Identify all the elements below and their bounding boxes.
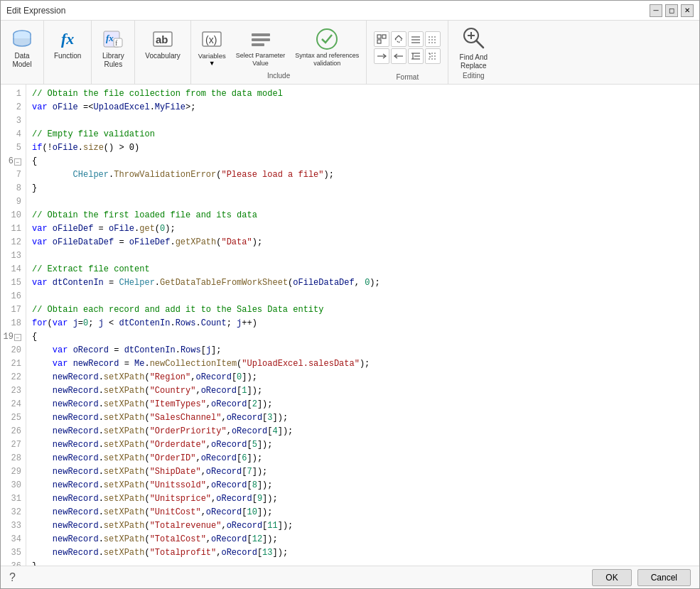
ok-button[interactable]: OK bbox=[592, 569, 631, 586]
code-line-5: if(!oFile.size() > 0) bbox=[32, 141, 694, 155]
format-icon-2[interactable] bbox=[391, 31, 406, 47]
line-num-25: 25 bbox=[1, 411, 26, 425]
line-num-13: 13 bbox=[1, 249, 26, 263]
line-num-33: 33 bbox=[1, 519, 26, 533]
code-line-30: newRecord.setXPath("Unitssold",oRecord[8… bbox=[32, 479, 694, 492]
editing-group-label: Editing bbox=[463, 72, 485, 80]
function-label: Function bbox=[54, 52, 81, 60]
format-icon-6[interactable] bbox=[391, 48, 406, 64]
code-line-22: newRecord.setXPath("Region",oRecord[0]); bbox=[32, 371, 694, 384]
minimize-button[interactable]: ─ bbox=[650, 4, 662, 17]
select-parameter-button[interactable]: Select ParameterValue bbox=[232, 25, 290, 70]
window: Edit Expression ─ ◻ ✕ DataModel bbox=[0, 0, 700, 589]
toolbar: DataModel fx Function fx f bbox=[1, 21, 699, 85]
library-rules-label: LibraryRules bbox=[102, 52, 124, 69]
svg-line-18 bbox=[395, 39, 399, 43]
line-num-3: 3 bbox=[1, 114, 26, 128]
code-line-16 bbox=[32, 290, 694, 303]
format-row-2 bbox=[374, 48, 441, 64]
window-title: Edit Expression bbox=[6, 6, 65, 16]
line-num-23: 23 bbox=[1, 384, 26, 398]
code-line-29: newRecord.setXPath("ShipDate",oRecord[7]… bbox=[32, 465, 694, 479]
code-line-6: { bbox=[32, 155, 694, 168]
line-num-8: 8 bbox=[1, 182, 26, 195]
line-num-22: 22 bbox=[1, 371, 26, 384]
function-button[interactable]: fx Function bbox=[50, 25, 85, 63]
line-num-28: 28 bbox=[1, 452, 26, 465]
select-parameter-label: Select ParameterValue bbox=[236, 52, 286, 67]
vocabulary-button[interactable]: ab Vocabulary bbox=[141, 25, 184, 63]
format-group-label: Format bbox=[371, 72, 443, 81]
line-num-4: 4 bbox=[1, 128, 26, 141]
title-bar: Edit Expression ─ ◻ ✕ bbox=[1, 1, 699, 21]
library-rules-button[interactable]: fx f LibraryRules bbox=[97, 25, 129, 72]
format-icon-4[interactable] bbox=[425, 31, 441, 47]
code-line-13 bbox=[32, 249, 694, 263]
editor-area[interactable]: 1 2 3 4 5 6− 7 8 9 10 11 12 13 14 15 16 … bbox=[1, 85, 699, 566]
code-line-23: newRecord.setXPath("Country",oRecord[1])… bbox=[32, 384, 694, 398]
line-num-31: 31 bbox=[1, 492, 26, 506]
code-line-31: newRecord.setXPath("Unitsprice",oRecord[… bbox=[32, 492, 694, 506]
code-line-14: // Extract file content bbox=[32, 263, 694, 276]
line-num-1: 1 bbox=[1, 87, 26, 101]
line-num-24: 24 bbox=[1, 398, 26, 411]
line-num-36: 36 bbox=[1, 560, 26, 566]
cancel-button[interactable]: Cancel bbox=[637, 569, 691, 586]
code-line-33: newRecord.setXPath("Totalrevenue",oRecor… bbox=[32, 519, 694, 533]
line-num-14: 14 bbox=[1, 263, 26, 276]
line-num-34: 34 bbox=[1, 533, 26, 546]
svg-text:(x): (x) bbox=[205, 34, 217, 45]
format-icon-7[interactable] bbox=[408, 48, 424, 64]
code-editor[interactable]: // Obtain the file collection from the d… bbox=[26, 85, 699, 566]
format-row-1 bbox=[374, 31, 441, 47]
svg-line-16 bbox=[395, 36, 399, 39]
code-line-15: var dtContenIn = CHelper.GetDataTableFro… bbox=[32, 276, 694, 290]
line-num-6: 6− bbox=[1, 155, 26, 168]
code-line-10: // Obtain the first loaded file and its … bbox=[32, 209, 694, 222]
format-icon-5[interactable] bbox=[374, 48, 389, 64]
variables-button[interactable]: (x) Variables ▼ bbox=[194, 25, 230, 70]
svg-rect-9 bbox=[252, 33, 270, 36]
code-line-8: } bbox=[32, 182, 694, 195]
code-line-26: newRecord.setXPath("OrderPriority",oReco… bbox=[32, 425, 694, 438]
line-num-7: 7 bbox=[1, 168, 26, 182]
format-icon-3[interactable] bbox=[408, 31, 424, 47]
vocabulary-label: Vocabulary bbox=[145, 52, 180, 60]
svg-rect-10 bbox=[252, 38, 270, 41]
code-line-32: newRecord.setXPath("UnitCost",oRecord[10… bbox=[32, 506, 694, 519]
line-num-2: 2 bbox=[1, 101, 26, 114]
svg-rect-15 bbox=[377, 40, 381, 43]
variables-icon: (x) bbox=[200, 28, 223, 50]
format-icon-8[interactable] bbox=[425, 48, 441, 64]
line-num-11: 11 bbox=[1, 222, 26, 236]
code-line-34: newRecord.setXPath("TotalCost",oRecord[1… bbox=[32, 533, 694, 546]
code-line-21: var newRecord = Me.newCollectionItem("Up… bbox=[32, 357, 694, 371]
maximize-button[interactable]: ◻ bbox=[665, 4, 678, 17]
line-num-10: 10 bbox=[1, 209, 26, 222]
format-icon-1[interactable] bbox=[374, 31, 389, 47]
close-button[interactable]: ✕ bbox=[681, 4, 694, 17]
variables-label: Variables bbox=[198, 52, 226, 60]
data-model-label: DataModel bbox=[12, 52, 31, 69]
database-icon bbox=[11, 28, 33, 50]
code-line-25: newRecord.setXPath("SalesChannel",oRecor… bbox=[32, 411, 694, 425]
code-line-19: { bbox=[32, 330, 694, 344]
code-line-20: var oRecord = dtContenIn.Rows[j]; bbox=[32, 344, 694, 357]
svg-text:ab: ab bbox=[156, 33, 168, 45]
code-line-4: // Empty file validation bbox=[32, 128, 694, 141]
svg-line-37 bbox=[476, 40, 483, 48]
function-icon: fx bbox=[56, 28, 79, 50]
syntax-button[interactable]: Syntax and referencesvalidation bbox=[291, 25, 363, 70]
line-numbers: 1 2 3 4 5 6− 7 8 9 10 11 12 13 14 15 16 … bbox=[1, 85, 26, 566]
find-replace-button[interactable] bbox=[459, 23, 488, 52]
collapse-6[interactable]: − bbox=[14, 158, 21, 166]
data-model-button[interactable]: DataModel bbox=[6, 25, 38, 72]
help-icon[interactable]: ? bbox=[9, 571, 16, 584]
code-line-18: for(var j=0; j < dtContenIn.Rows.Count; … bbox=[32, 317, 694, 330]
svg-point-12 bbox=[317, 29, 337, 49]
line-num-32: 32 bbox=[1, 506, 26, 519]
code-line-7: CHelper.ThrowValidationError("Please loa… bbox=[32, 168, 694, 182]
include-group-label: Include bbox=[191, 72, 367, 82]
code-line-1: // Obtain the file collection from the d… bbox=[32, 87, 694, 101]
collapse-19[interactable]: − bbox=[14, 334, 21, 341]
